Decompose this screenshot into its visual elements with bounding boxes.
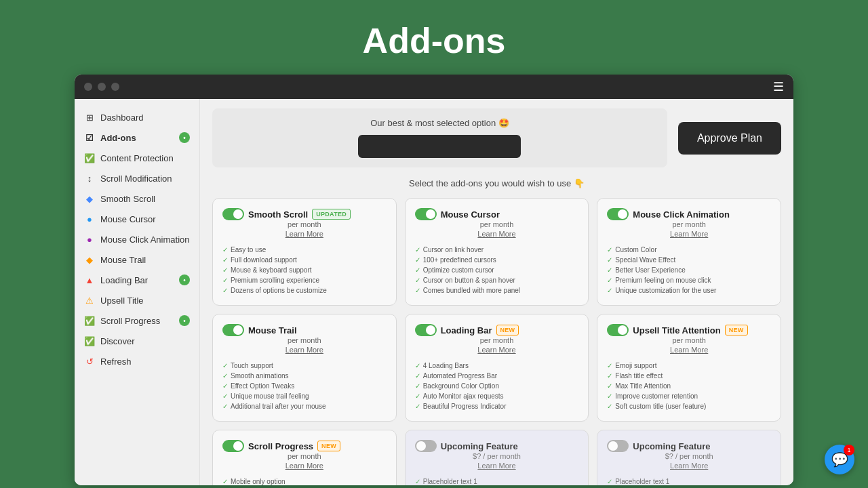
addon-badge-upsell-title: NEW bbox=[725, 325, 748, 336]
sidebar-item-mouse-trail[interactable]: ◆ Mouse Trail bbox=[75, 249, 199, 270]
check-icon: ✓ bbox=[607, 266, 612, 274]
dashboard-icon: ⊞ bbox=[84, 112, 95, 123]
check-icon: ✓ bbox=[415, 256, 420, 264]
refresh-icon: ↺ bbox=[84, 356, 95, 367]
sidebar-label-content-protection: Content Protection bbox=[100, 153, 174, 163]
sidebar-item-loading-bar[interactable]: ▲ Loading Bar • bbox=[75, 270, 199, 290]
check-icon: ✓ bbox=[607, 287, 612, 294]
addon-price-loading-bar: per month bbox=[415, 336, 579, 344]
plan-bar bbox=[358, 135, 521, 158]
chat-badge: 1 bbox=[844, 445, 854, 455]
upsell-title-icon: ⚠ bbox=[84, 295, 95, 306]
sidebar-item-scroll-progress[interactable]: ✅ Scroll Progress • bbox=[75, 310, 199, 331]
toggle-mouse-click-animation[interactable] bbox=[607, 208, 629, 220]
addon-price-upcoming-2: $? / per month bbox=[607, 452, 771, 460]
select-label: Select the add-ons you would wish to use… bbox=[212, 178, 781, 188]
addon-name-smooth-scroll: Smooth Scroll bbox=[248, 209, 308, 220]
addon-name-mouse-cursor: Mouse Cursor bbox=[441, 209, 500, 220]
hamburger-icon[interactable]: ☰ bbox=[773, 79, 784, 94]
scroll-modification-icon: ↕ bbox=[84, 173, 95, 184]
addon-learn-loading-bar[interactable]: Learn More bbox=[415, 346, 579, 354]
addon-card-upsell-title: Upsell Title Attention NEW per month Lea… bbox=[597, 314, 781, 422]
addon-learn-mouse-trail[interactable]: Learn More bbox=[222, 346, 387, 354]
addon-name-upcoming-1: Upcoming Feature bbox=[441, 441, 518, 451]
sidebar-item-upsell-title[interactable]: ⚠ Upsell Title bbox=[75, 290, 199, 310]
addon-price-upsell-title: per month bbox=[607, 336, 771, 344]
sidebar-item-refresh[interactable]: ↺ Refresh bbox=[75, 351, 199, 371]
sidebar-item-addons[interactable]: ☑ Add-ons • bbox=[75, 127, 199, 148]
addon-name-mouse-trail: Mouse Trail bbox=[248, 325, 297, 336]
addon-features-scroll-progress: ✓Mobile only option ✓Customizable colors… bbox=[222, 476, 387, 485]
check-icon: ✓ bbox=[415, 403, 420, 410]
check-icon: ✓ bbox=[222, 266, 228, 274]
toggle-mouse-trail[interactable] bbox=[222, 324, 244, 336]
addon-name-scroll-progress: Scroll Progress bbox=[248, 441, 313, 451]
check-icon: ✓ bbox=[415, 372, 420, 380]
addon-learn-upcoming-2[interactable]: Learn More bbox=[607, 462, 771, 470]
discover-icon: ✅ bbox=[84, 336, 95, 346]
addon-price-smooth-scroll: per month bbox=[222, 220, 387, 228]
addon-price-upcoming-1: $? / per month bbox=[415, 452, 579, 460]
smooth-scroll-icon: ◆ bbox=[84, 193, 95, 204]
sidebar-item-smooth-scroll[interactable]: ◆ Smooth Scroll bbox=[75, 188, 199, 209]
titlebar-dot-1 bbox=[84, 83, 92, 91]
addon-learn-scroll-progress[interactable]: Learn More bbox=[222, 462, 387, 470]
check-icon: ✓ bbox=[222, 478, 228, 485]
sidebar-label-dashboard: Dashboard bbox=[100, 113, 144, 123]
check-icon: ✓ bbox=[415, 362, 420, 369]
addon-learn-mouse-click-animation[interactable]: Learn More bbox=[607, 230, 771, 238]
check-icon: ✓ bbox=[415, 478, 420, 485]
addon-badge-smooth-scroll: UPDATED bbox=[312, 209, 351, 220]
sidebar: ⊞ Dashboard ☑ Add-ons • ✅ Content Protec… bbox=[75, 99, 200, 485]
addon-learn-smooth-scroll[interactable]: Learn More bbox=[222, 230, 387, 238]
sidebar-item-discover[interactable]: ✅ Discover bbox=[75, 331, 199, 351]
sidebar-item-mouse-cursor[interactable]: ● Mouse Cursor bbox=[75, 209, 199, 229]
mouse-click-animation-icon: ● bbox=[84, 234, 95, 245]
check-icon: ✓ bbox=[607, 277, 612, 284]
titlebar: ☰ bbox=[75, 75, 793, 99]
addon-features-upcoming-1: ✓Placeholder text 1 ✓Placeholder text 2 … bbox=[415, 476, 579, 485]
addon-card-loading-bar: Loading Bar NEW per month Learn More ✓4 … bbox=[405, 314, 589, 422]
plan-banner-text: Our best & most selected option 🤩 bbox=[223, 118, 656, 128]
toggle-mouse-cursor[interactable] bbox=[415, 208, 437, 220]
toggle-upcoming-1[interactable] bbox=[415, 440, 437, 452]
check-icon: ✓ bbox=[415, 287, 420, 294]
addon-learn-mouse-cursor[interactable]: Learn More bbox=[415, 230, 579, 238]
toggle-upsell-title[interactable] bbox=[607, 324, 629, 336]
addon-price-mouse-trail: per month bbox=[222, 336, 387, 344]
toggle-scroll-progress[interactable] bbox=[222, 440, 244, 452]
loading-bar-icon: ▲ bbox=[84, 274, 95, 285]
sidebar-label-discover: Discover bbox=[100, 336, 135, 346]
sidebar-label-loading-bar: Loading Bar bbox=[100, 275, 148, 285]
toggle-smooth-scroll[interactable] bbox=[222, 208, 244, 220]
sidebar-label-mouse-trail: Mouse Trail bbox=[100, 255, 146, 265]
sidebar-label-addons: Add-ons bbox=[100, 133, 136, 143]
addon-card-mouse-trail: Mouse Trail per month Learn More ✓Touch … bbox=[212, 314, 397, 422]
addon-features-mouse-trail: ✓Touch support ✓Smooth animations ✓Effec… bbox=[222, 361, 387, 411]
check-icon: ✓ bbox=[222, 287, 228, 294]
content-protection-icon: ✅ bbox=[84, 152, 95, 163]
sidebar-item-scroll-modification[interactable]: ↕ Scroll Modification bbox=[75, 168, 199, 188]
addon-name-mouse-click-animation: Mouse Click Animation bbox=[633, 209, 730, 220]
addon-name-upcoming-2: Upcoming Feature bbox=[633, 441, 710, 451]
addon-card-mouse-click-animation: Mouse Click Animation per month Learn Mo… bbox=[597, 198, 781, 306]
addon-card-scroll-progress: Scroll Progress NEW per month Learn More… bbox=[212, 430, 397, 485]
plan-banner: Our best & most selected option 🤩 bbox=[212, 108, 667, 167]
titlebar-dot-2 bbox=[98, 83, 106, 91]
mouse-cursor-icon: ● bbox=[84, 214, 95, 224]
addon-card-upcoming-1: Upcoming Feature $? / per month Learn Mo… bbox=[405, 430, 589, 485]
toggle-upcoming-2[interactable] bbox=[607, 440, 629, 452]
sidebar-item-dashboard[interactable]: ⊞ Dashboard bbox=[75, 107, 199, 127]
toggle-loading-bar[interactable] bbox=[415, 324, 437, 336]
addon-learn-upcoming-1[interactable]: Learn More bbox=[415, 462, 579, 470]
check-icon: ✓ bbox=[415, 277, 420, 284]
chat-bubble[interactable]: 💬 1 bbox=[825, 445, 854, 474]
sidebar-item-content-protection[interactable]: ✅ Content Protection bbox=[75, 148, 199, 168]
sidebar-item-mouse-click-animation[interactable]: ● Mouse Click Animation bbox=[75, 229, 199, 249]
addon-card-mouse-cursor: Mouse Cursor per month Learn More ✓Curso… bbox=[405, 198, 589, 306]
main-content: Our best & most selected option 🤩 Approv… bbox=[200, 99, 793, 485]
approve-plan-button[interactable]: Approve Plan bbox=[678, 122, 781, 155]
check-icon: ✓ bbox=[607, 382, 612, 390]
addon-learn-upsell-title[interactable]: Learn More bbox=[607, 346, 771, 354]
check-icon: ✓ bbox=[222, 392, 228, 400]
